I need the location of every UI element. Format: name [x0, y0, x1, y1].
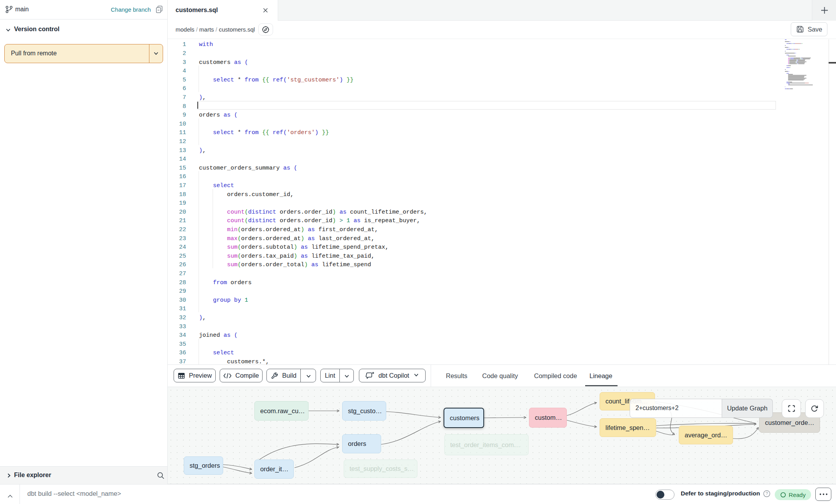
- svg-text:?: ?: [765, 491, 768, 496]
